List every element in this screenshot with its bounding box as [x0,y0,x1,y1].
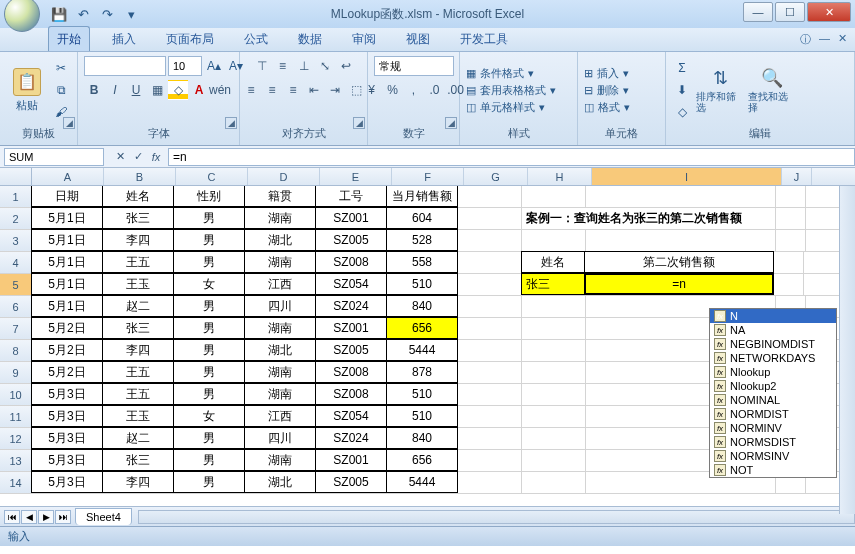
cell[interactable] [522,362,586,383]
cell[interactable]: SZ005 [315,471,387,493]
autocomplete-item[interactable]: fxNlookup [710,365,836,379]
tab-formulas[interactable]: 公式 [236,27,276,51]
conditional-format-button[interactable]: ▦ 条件格式 ▾ [466,66,556,81]
col-header-b[interactable]: B [104,168,176,185]
cell[interactable]: 女 [173,405,245,427]
paste-button[interactable]: 📋 粘贴 [6,59,47,121]
cell[interactable]: 当月销售额 [386,186,458,207]
cell[interactable] [458,362,522,383]
cell[interactable] [522,450,586,471]
cell[interactable]: 男 [173,295,245,317]
tab-review[interactable]: 审阅 [344,27,384,51]
orientation-icon[interactable]: ⤡ [315,56,335,76]
cell[interactable]: 姓名 [521,251,585,273]
cell[interactable]: 男 [173,251,245,273]
row-header[interactable]: 5 [0,274,32,295]
cell[interactable]: SZ008 [315,383,387,405]
help-icon[interactable]: ⓘ [800,32,811,47]
row-header[interactable]: 8 [0,340,32,361]
cell[interactable]: 张三 [521,273,585,295]
autocomplete-item[interactable]: fxNORMINV [710,421,836,435]
border-button[interactable]: ▦ [147,80,167,100]
col-header-f[interactable]: F [392,168,464,185]
row-header[interactable]: 14 [0,472,32,493]
autocomplete-item[interactable]: fxNORMSDIST [710,435,836,449]
cell[interactable] [458,450,522,471]
accept-formula-icon[interactable]: ✓ [130,149,146,165]
cell[interactable] [522,428,586,449]
cell[interactable] [458,428,522,449]
format-cells-button[interactable]: ◫ 格式 ▾ [584,100,630,115]
cell[interactable]: 李四 [102,471,174,493]
cell[interactable]: 510 [386,383,458,405]
sheet-nav-next[interactable]: ▶ [38,510,54,524]
cell[interactable]: 王五 [102,383,174,405]
cell[interactable] [458,340,522,361]
cell[interactable]: 840 [386,295,458,317]
cell[interactable]: 男 [173,471,245,493]
align-top-icon[interactable]: ⊤ [252,56,272,76]
sheet-nav-last[interactable]: ⏭ [55,510,71,524]
cell[interactable]: 5月2日 [31,361,103,383]
cell[interactable]: SZ054 [315,405,387,427]
find-select-button[interactable]: 🔍 查找和选择 [748,59,796,121]
cell[interactable]: 张三 [102,317,174,339]
cell[interactable]: SZ001 [315,449,387,471]
cell[interactable] [458,472,522,493]
col-header-e[interactable]: E [320,168,392,185]
cell[interactable]: 江西 [244,273,316,295]
cell[interactable]: 张三 [102,449,174,471]
cell[interactable]: SZ001 [315,317,387,339]
select-all-corner[interactable] [0,168,32,185]
percent-icon[interactable]: % [383,80,403,100]
cell[interactable]: 王玉 [102,273,174,295]
comma-icon[interactable]: , [404,80,424,100]
currency-icon[interactable]: ¥ [362,80,382,100]
cell[interactable]: 5444 [386,339,458,361]
cell[interactable]: 5月1日 [31,207,103,229]
horizontal-scrollbar[interactable] [138,510,855,524]
cell[interactable] [586,186,776,207]
cell[interactable]: 528 [386,229,458,251]
cell[interactable]: 四川 [244,295,316,317]
col-header-h[interactable]: H [528,168,592,185]
row-header[interactable]: 12 [0,428,32,449]
autocomplete-item[interactable]: fxNA [710,323,836,337]
cell[interactable]: SZ024 [315,427,387,449]
cell[interactable]: =n [584,273,774,295]
bold-button[interactable]: B [84,80,104,100]
cell[interactable]: 5月1日 [31,251,103,273]
cell[interactable] [522,186,586,207]
col-header-g[interactable]: G [464,168,528,185]
name-box[interactable]: SUM [4,148,104,166]
number-format-combo[interactable]: 常规 [374,56,454,76]
cell[interactable]: 5月1日 [31,229,103,251]
cell[interactable]: SZ001 [315,207,387,229]
cell[interactable] [776,186,806,207]
inc-decimal-icon[interactable]: .0 [425,80,445,100]
cell[interactable]: 湖北 [244,339,316,361]
indent-inc-icon[interactable]: ⇥ [325,80,345,100]
copy-icon[interactable]: ⧉ [51,80,71,100]
row-header[interactable]: 13 [0,450,32,471]
sort-filter-button[interactable]: ⇅ 排序和筛选 [696,59,744,121]
cell[interactable] [458,186,522,207]
cell[interactable]: 5月1日 [31,295,103,317]
tab-page-layout[interactable]: 页面布局 [158,27,222,51]
cell[interactable] [458,252,522,273]
cell[interactable]: SZ054 [315,273,387,295]
align-middle-icon[interactable]: ≡ [273,56,293,76]
row-header[interactable]: 4 [0,252,32,273]
autocomplete-item[interactable]: fxNOT [710,463,836,477]
cell[interactable] [586,230,776,251]
cell[interactable]: 5月3日 [31,383,103,405]
format-as-table-button[interactable]: ▤ 套用表格格式 ▾ [466,83,556,98]
col-header-a[interactable]: A [32,168,104,185]
undo-icon[interactable]: ↶ [74,5,92,23]
row-header[interactable]: 6 [0,296,32,317]
cell[interactable]: 男 [173,339,245,361]
align-left-icon[interactable]: ≡ [241,80,261,100]
cell[interactable]: 湖南 [244,207,316,229]
cut-icon[interactable]: ✂ [51,58,71,78]
cell[interactable] [522,230,586,251]
